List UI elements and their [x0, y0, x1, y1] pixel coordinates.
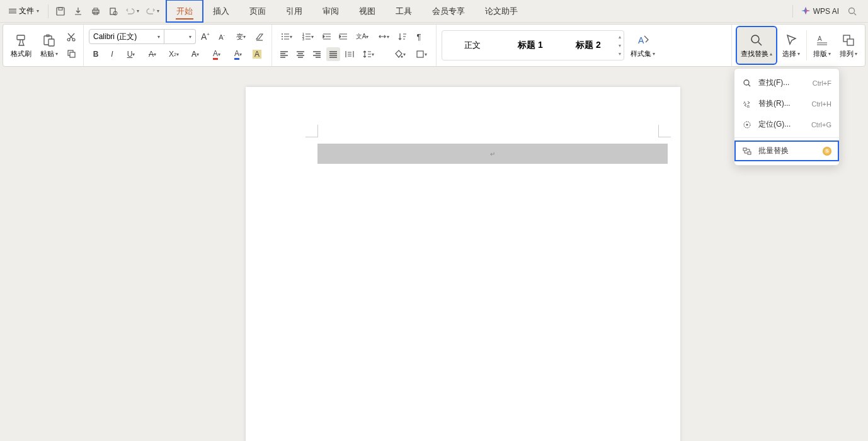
clipboard-extras: [64, 27, 78, 64]
export-button[interactable]: [72, 6, 84, 17]
paste-icon: [42, 33, 57, 48]
print-button[interactable]: [90, 6, 101, 17]
find-replace-button[interactable]: 查找替换▴: [737, 27, 776, 64]
strikethrough-button[interactable]: A▾: [143, 47, 162, 61]
wps-ai-button[interactable]: WPS AI: [801, 6, 839, 16]
svg-rect-0: [57, 8, 64, 15]
dropdown-replace-shortcut: Ctrl+H: [812, 100, 831, 108]
dropdown-replace-label: 替换(R)...: [758, 98, 806, 109]
save-button[interactable]: [55, 6, 66, 17]
tab-member[interactable]: 会员专享: [422, 0, 475, 22]
undo-button[interactable]: ▾: [125, 6, 139, 16]
svg-point-7: [849, 8, 855, 13]
sort-button[interactable]: [396, 30, 409, 43]
dropdown-find[interactable]: 查找(F)... Ctrl+F: [734, 72, 839, 93]
text-direction-button[interactable]: 文A▾: [353, 30, 372, 43]
margin-marker-tr: [658, 125, 671, 137]
dropdown-separator: [734, 137, 839, 138]
dropdown-batch-replace[interactable]: 批量替换 S: [734, 140, 839, 161]
format-painter-button[interactable]: 格式刷: [8, 27, 34, 64]
file-menu[interactable]: 文件 ▾: [5, 3, 43, 19]
tab-tools[interactable]: 工具: [385, 0, 422, 22]
text-scale-button[interactable]: ▾: [374, 30, 393, 43]
tab-view[interactable]: 视图: [349, 0, 385, 22]
text-effect-button[interactable]: A▾: [186, 47, 205, 61]
svg-text:A: A: [638, 35, 644, 45]
align-justify-button[interactable]: [326, 47, 340, 61]
redo-button[interactable]: ▾: [146, 6, 159, 16]
arrange-icon: [841, 33, 856, 48]
cut-button[interactable]: [64, 30, 78, 44]
style-up-button[interactable]: ▴: [619, 34, 621, 40]
font-name-select[interactable]: Calibri (正文) ▾: [89, 29, 164, 44]
tab-page[interactable]: 页面: [239, 0, 276, 22]
copy-button[interactable]: [64, 47, 78, 60]
cursor-icon: [784, 33, 799, 48]
char-shading-button[interactable]: A: [250, 47, 264, 61]
svg-rect-35: [748, 152, 751, 154]
decrease-font-button[interactable]: A-: [215, 30, 229, 43]
distribute-button[interactable]: [343, 47, 357, 61]
ribbon: 格式刷 粘贴▾ Calibri (正文) ▾: [3, 24, 865, 67]
paste-label: 粘贴▾: [40, 49, 58, 59]
quick-access-bar: ▾ ▾: [49, 4, 166, 18]
highlight-button[interactable]: A▾: [207, 47, 226, 61]
select-button[interactable]: 选择▾: [780, 27, 802, 64]
bullets-button[interactable]: ▾: [277, 30, 296, 43]
dropdown-goto-shortcut: Ctrl+G: [811, 121, 831, 129]
hamburger-icon: [9, 9, 16, 13]
bold-button[interactable]: B: [89, 47, 103, 61]
menu-bar: 文件 ▾ ▾ ▾ 开始 插入 页面 引用 审阅 视图 工具 会: [0, 0, 868, 23]
premium-badge-icon: S: [823, 147, 831, 156]
phonetic-guide-button[interactable]: 变▾: [231, 30, 250, 43]
show-marks-button[interactable]: ¶: [412, 30, 426, 43]
svg-rect-23: [417, 51, 423, 57]
tab-reference[interactable]: 引用: [276, 0, 312, 22]
style-expand-button[interactable]: ▾: [619, 51, 621, 57]
divider: [792, 5, 793, 18]
paragraph-group: ▾ 123▾ 文A▾ ▾ ¶ ▾ ▾ ▾: [272, 25, 437, 66]
document-page[interactable]: ↵: [246, 87, 680, 441]
underline-button[interactable]: U▾: [122, 47, 140, 61]
svg-point-25: [751, 35, 759, 43]
numbering-button[interactable]: 123▾: [299, 30, 317, 43]
dropdown-replace[interactable]: AB 替换(R)... Ctrl+H: [734, 93, 839, 114]
paste-button[interactable]: 粘贴▾: [38, 27, 60, 64]
line-spacing-button[interactable]: ▾: [359, 47, 378, 61]
style-down-button[interactable]: ▾: [619, 43, 621, 49]
style-heading1[interactable]: 标题 1: [503, 33, 558, 58]
italic-button[interactable]: I: [105, 47, 119, 61]
decrease-indent-button[interactable]: [320, 30, 334, 43]
layout-button[interactable]: A 排版▾: [811, 27, 833, 64]
style-set-button[interactable]: A 样式集▾: [628, 27, 658, 64]
align-center-button[interactable]: [294, 47, 307, 61]
font-color-button[interactable]: A▾: [229, 47, 248, 61]
goto-icon: [742, 120, 752, 130]
increase-font-button[interactable]: A+: [198, 30, 212, 43]
font-size-select[interactable]: ▾: [164, 29, 196, 44]
print-preview-button[interactable]: [108, 6, 119, 17]
style-normal[interactable]: 正文: [445, 33, 500, 58]
align-right-button[interactable]: [310, 47, 324, 61]
arrange-button[interactable]: 排列▾: [837, 27, 860, 64]
chevron-down-icon: ▾: [37, 8, 39, 14]
style-heading2[interactable]: 标题 2: [561, 33, 616, 58]
tab-thesis[interactable]: 论文助手: [475, 0, 528, 22]
increase-indent-button[interactable]: [336, 30, 350, 43]
tab-review[interactable]: 审阅: [312, 0, 349, 22]
tab-label: 论文助手: [485, 6, 518, 17]
superscript-button[interactable]: X2▾: [164, 47, 183, 61]
svg-text:3: 3: [302, 37, 304, 41]
tab-insert[interactable]: 插入: [203, 0, 239, 22]
tab-label: 会员专享: [432, 6, 465, 17]
tab-home[interactable]: 开始: [166, 0, 203, 22]
search-button[interactable]: [847, 6, 858, 17]
dropdown-goto[interactable]: 定位(G)... Ctrl+G: [734, 114, 839, 135]
selected-paragraph[interactable]: ↵: [317, 144, 668, 164]
borders-button[interactable]: ▾: [412, 47, 431, 61]
wps-ai-icon: [801, 6, 811, 16]
clear-format-button[interactable]: [253, 30, 266, 43]
shading-button[interactable]: ▾: [391, 47, 409, 61]
svg-rect-28: [847, 39, 854, 45]
align-left-button[interactable]: [277, 47, 291, 61]
